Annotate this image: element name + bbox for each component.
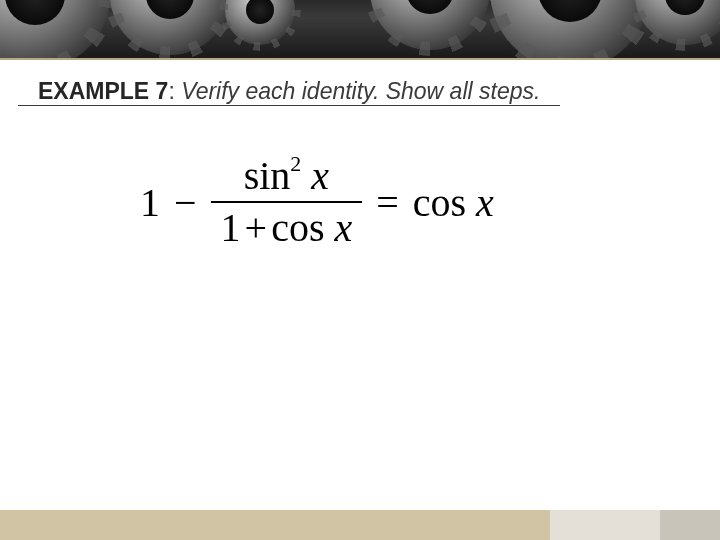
gear-icon	[490, 0, 650, 60]
footer-segment	[660, 510, 720, 540]
fraction-denominator: 1+cos x	[211, 207, 363, 249]
fraction: sin2 x 1+cos x	[211, 155, 363, 249]
numerator-fn: sin	[244, 153, 291, 198]
rhs-fn: cos	[413, 180, 466, 225]
denominator-fn: cos	[271, 205, 324, 250]
footer-segment	[0, 510, 550, 540]
fraction-numerator: sin2 x	[234, 155, 339, 197]
example-heading: EXAMPLE 7: Verify each identity. Show al…	[18, 60, 560, 106]
footer-bar	[0, 510, 720, 540]
denominator-var: x	[334, 205, 352, 250]
numerator-exponent: 2	[290, 151, 301, 176]
gear-icon	[110, 0, 230, 55]
gear-icon	[225, 0, 295, 45]
minus-sign: −	[174, 179, 197, 226]
fraction-bar	[211, 201, 363, 203]
gear-icon	[635, 0, 720, 45]
rhs: cos x	[413, 179, 494, 226]
gear-icon	[0, 0, 110, 60]
denominator-plus: +	[241, 205, 272, 250]
equals-sign: =	[376, 179, 399, 226]
footer-segment	[550, 510, 660, 540]
example-label: EXAMPLE 7	[38, 78, 168, 104]
rhs-var: x	[476, 180, 494, 225]
identity-equation: 1 − sin2 x 1+cos x = cos x	[140, 155, 600, 249]
header-banner	[0, 0, 720, 60]
gear-icon	[370, 0, 490, 50]
heading-separator: :	[168, 78, 181, 104]
lhs-lead: 1	[140, 179, 160, 226]
numerator-var: x	[311, 153, 329, 198]
example-instruction: Verify each identity. Show all steps.	[181, 78, 540, 104]
denominator-lead: 1	[221, 205, 241, 250]
